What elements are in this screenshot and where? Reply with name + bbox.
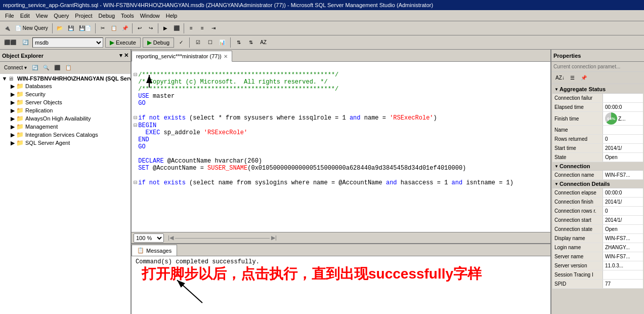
sql-line-5: GO [138, 100, 145, 107]
hex3-btn[interactable]: 📊 [217, 37, 227, 48]
conndetails-header-label: Connection Details [560, 181, 610, 187]
hex2-btn[interactable]: ☐ [205, 37, 215, 48]
stop-btn[interactable]: ⬛ [171, 23, 182, 34]
props-pin-btn[interactable]: 📌 [579, 72, 589, 84]
props-row-connstart: Connection start 2014/1/ [552, 216, 643, 225]
execute-button[interactable]: ▶ Execute [105, 37, 141, 48]
props-val-spid: 77 [603, 280, 643, 288]
props-section-conndetails[interactable]: ▼ Connection Details [552, 180, 643, 188]
messages-tab-label: Messages [146, 248, 171, 254]
command-success-text: Command(s) completed successfully. [136, 258, 260, 265]
props-key-connelapse: Connection elapse [552, 188, 603, 197]
menu-debug[interactable]: Debug [96, 12, 118, 20]
props-key-name: Name [552, 126, 603, 134]
oe-connect-btn[interactable]: ⬛⬛ [2, 37, 18, 48]
menu-query[interactable]: Query [51, 12, 72, 20]
tree-databases[interactable]: ▶ 📁 Databases [1, 82, 130, 90]
props-key-connfailure: Connection failur [552, 94, 603, 102]
props-key-connname: Connection name [552, 171, 603, 179]
db-selector[interactable]: msdb [32, 37, 103, 48]
tree-server-objects[interactable]: ▶ 📁 Server Objects [1, 98, 130, 106]
new-connection-btn[interactable]: 🔌 [2, 23, 12, 34]
oe-prop-btn[interactable]: 📋 [63, 62, 73, 73]
tree-server[interactable]: ▼ 🖥 WIN-FS7BNV4HRHO\ZHANGYAN (SQL Serve.… [1, 75, 130, 82]
menu-view[interactable]: View [33, 12, 51, 20]
props-key-connfinish: Connection finish [552, 198, 603, 206]
sec-toggle: ▶ [9, 91, 16, 98]
cut-btn[interactable]: ✂ [98, 23, 108, 34]
hex1-btn[interactable]: ☑ [193, 37, 203, 48]
save-all-btn[interactable]: 💾📄 [77, 23, 93, 34]
menu-edit[interactable]: Edit [17, 12, 33, 20]
messages-tab-bar: 📋 Messages [132, 244, 550, 256]
align-left-btn[interactable]: ≡ [186, 23, 196, 34]
oe-stop-btn[interactable]: ⬛ [52, 62, 62, 73]
copy-btn[interactable]: 📋 [109, 23, 119, 34]
tree-sqlagent[interactable]: ▶ 📁 SQL Server Agent [1, 139, 130, 147]
tree-alwayson[interactable]: ▶ 📁 AlwaysOn High Availability [1, 114, 130, 123]
progress-circle: 64% [605, 112, 617, 125]
menu-tools[interactable]: Tools [118, 12, 137, 20]
scroll-indicator: |◀ ————————————————— ▶| [168, 234, 277, 241]
props-section-aggregate[interactable]: ▼ Aggregate Status [552, 85, 643, 94]
sort-asc-btn[interactable]: ⇅ [234, 37, 244, 48]
collapse-btn-8[interactable]: ⊟ [134, 122, 137, 129]
editor-status: 100 % 75 % 150 % |◀ ————————————————— ▶| [132, 232, 550, 243]
tab-close-btn[interactable]: ✕ [224, 54, 228, 59]
zoom-selector[interactable]: 100 % 75 % 150 % [134, 233, 164, 243]
undo-btn[interactable]: ↩ [135, 23, 145, 34]
tree-management[interactable]: ▶ 📁 Management [1, 123, 130, 131]
menu-help[interactable]: Help [163, 12, 181, 20]
kw-and3: and [452, 179, 463, 186]
new-query-btn[interactable]: 📄 New Query [13, 23, 50, 34]
collapse-btn-5 [134, 100, 137, 107]
debug-button[interactable]: ▶ Debug [143, 37, 174, 48]
menu-file[interactable]: File [2, 12, 17, 20]
mgmt-folder-icon: 📁 [16, 123, 24, 130]
messages-tab[interactable]: 📋 Messages [132, 245, 177, 256]
redo-btn[interactable]: ↪ [146, 23, 156, 34]
server-icon: 🖥 [8, 75, 16, 82]
props-val-state: Open [603, 153, 643, 162]
props-row-connfailure: Connection failur [552, 94, 643, 103]
tree-integration[interactable]: ▶ 📁 Integration Services Catalogs [1, 131, 130, 139]
oe-controls: ▾ ✕ [119, 52, 128, 59]
tree-replication[interactable]: ▶ 📁 Replication [1, 106, 130, 114]
props-row-name: Name [552, 126, 643, 135]
props-val-sessiontracing [603, 270, 643, 279]
align-right-btn[interactable]: ≡ [197, 23, 207, 34]
props-sort-cat-btn[interactable]: ☰ [568, 72, 578, 84]
open-btn[interactable]: 📂 [55, 23, 65, 34]
sql-editor[interactable]: ⊟/**************************************… [132, 62, 550, 232]
collapse-btn-7[interactable]: ⊟ [134, 114, 137, 122]
props-val-connfinish: 2014/1/ [603, 198, 643, 206]
main-toolbar: 🔌 📄 New Query 📂 💾 💾📄 ✂ 📋 📌 ↩ ↪ ▶ ⬛ ≡ ≡ ⇥ [0, 21, 644, 35]
oe-filter-btn[interactable]: 🔍 [41, 62, 51, 73]
kw-end1: END [138, 136, 149, 143]
props-section-connection[interactable]: ▼ Connection [552, 162, 643, 171]
collapse-btn-4 [134, 93, 137, 100]
props-val-displayname: WIN-FS7... [603, 234, 643, 243]
abc-btn[interactable]: AZ [258, 37, 269, 48]
run-btn[interactable]: ▶ [160, 23, 170, 34]
save-btn[interactable]: 💾 [66, 23, 76, 34]
props-sort-az-btn[interactable]: AZ↓ [553, 72, 567, 84]
oe-refresh-btn[interactable]: 🔄 [30, 62, 40, 73]
debug-play-icon: ▶ [147, 39, 152, 46]
props-key-displayname: Display name [552, 234, 603, 243]
sort-desc-btn[interactable]: ⇅ [246, 37, 256, 48]
check-btn[interactable]: ✓ [176, 37, 186, 48]
connection-expand-icon: ▼ [554, 164, 559, 169]
tree-security[interactable]: ▶ 📁 Security [1, 90, 130, 98]
sql-tab[interactable]: reporting_servic***ministrator (77)) ✕ [132, 51, 232, 62]
so-folder-icon: 📁 [16, 99, 24, 106]
refresh-btn[interactable]: 🔄 [20, 37, 30, 48]
oe-connect-dropdown[interactable]: Connect ▾ [2, 62, 29, 73]
menu-window[interactable]: Window [137, 12, 163, 20]
paste-btn[interactable]: 📌 [120, 23, 130, 34]
menu-project[interactable]: Project [72, 12, 95, 20]
collapse-btn-16[interactable]: ⊟ [134, 179, 137, 186]
collapse-btn-1[interactable]: ⊟ [134, 71, 137, 78]
indent-btn[interactable]: ⇥ [208, 23, 219, 34]
props-subheader-text: Current connection paramet... [553, 64, 620, 69]
